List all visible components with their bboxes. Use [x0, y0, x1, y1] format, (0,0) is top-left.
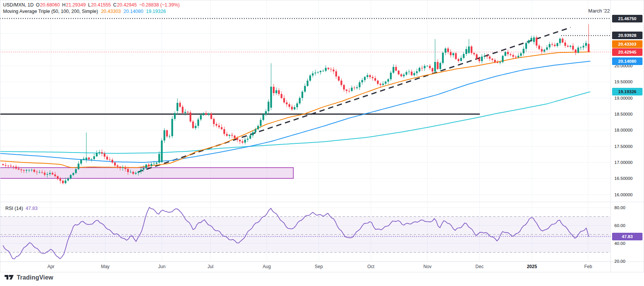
low-value: 20.41555	[91, 2, 111, 8]
low-label: L	[88, 2, 91, 8]
price-tick-16.50000: 16.50000	[614, 176, 633, 181]
time-label-Feb: Feb	[584, 264, 592, 269]
open-value: 20.68060	[40, 2, 60, 8]
level-badge-recent-high: 20.93928	[612, 32, 642, 39]
symbol-legend-row[interactable]: USD/MXN, 1DO20.68060H21.29349L20.41555C2…	[3, 2, 180, 8]
price-tick-16.00000: 16.00000	[614, 192, 633, 197]
high-value: 21.29349	[66, 2, 85, 8]
tradingview-logo-icon	[5, 275, 14, 281]
march22-high-label: March '22	[559, 8, 610, 14]
rsi-indicator-title[interactable]: RSI (14)	[5, 206, 23, 211]
tradingview-attribution[interactable]: TradingView	[5, 274, 53, 281]
rsi-indicator-row[interactable]: RSI (14)47.83	[5, 206, 38, 211]
ma50-legend-value: 20.43303	[101, 9, 121, 14]
change-value: −0.28838 (−1.39%)	[139, 2, 180, 8]
chart-legend: USD/MXN, 1DO20.68060H21.29349L20.41555C2…	[3, 2, 180, 15]
close-label: C	[113, 2, 117, 8]
high-label: H	[62, 2, 65, 8]
ma100-legend-value: 20.14080	[123, 9, 143, 14]
time-label-Oct: Oct	[367, 264, 375, 269]
indicator-legend-row[interactable]: Moving Average Triple (50, 100, 200, Sim…	[3, 8, 180, 15]
time-label-Jul: Jul	[207, 264, 213, 269]
rsi-tick-40.00: 40.00	[614, 241, 625, 246]
rsi-tick-20.00: 20.00	[614, 259, 625, 264]
ma50-value-badge: 20.43303	[612, 40, 642, 48]
chart-canvas[interactable]	[0, 0, 644, 272]
time-label-Nov: Nov	[423, 264, 431, 269]
time-label-Apr: Apr	[47, 264, 55, 269]
last-price-badge: 20.42945	[612, 48, 642, 56]
rsi-value-badge: 47.83	[612, 233, 642, 240]
price-tick-19.50000: 19.50000	[614, 79, 633, 84]
close-value: 20.42945	[117, 2, 137, 8]
open-label: O	[36, 2, 40, 8]
tradingview-chart-window: USD/MXN, 1DO20.68060H21.29349L20.41555C2…	[0, 0, 644, 286]
time-label-Sep: Sep	[315, 264, 323, 269]
level-badge-march22-high: 21.46750	[612, 15, 642, 22]
rsi-tick-80.00: 80.00	[614, 205, 625, 210]
ma-indicator-title[interactable]: Moving Average Triple (50, 100, 200, Sim…	[3, 9, 98, 14]
price-tick-17.00000: 17.00000	[614, 160, 633, 165]
time-axis[interactable]: AprMayJunJulAugSepOctNovDec2025Feb	[0, 262, 611, 272]
ma200-value-badge: 19.19326	[612, 88, 642, 95]
price-tick-17.50000: 17.50000	[614, 144, 633, 149]
tradingview-brand-text: TradingView	[17, 274, 53, 281]
price-tick-18.00000: 18.00000	[614, 128, 633, 132]
time-label-May: May	[101, 264, 110, 269]
symbol-title[interactable]: USD/MXN, 1D	[3, 2, 34, 8]
rsi-tick-60.00: 60.00	[614, 223, 625, 228]
price-tick-18.50000: 18.50000	[614, 112, 633, 116]
time-label-Aug: Aug	[263, 264, 271, 269]
price-axis[interactable]: 20.0000019.5000019.0000018.5000018.00000…	[611, 0, 644, 272]
rsi-legend-value: 47.83	[26, 206, 38, 211]
price-tick-19.00000: 19.00000	[614, 96, 633, 100]
time-label-Jun: Jun	[158, 264, 165, 269]
time-label-2025: 2025	[527, 264, 537, 269]
time-label-Dec: Dec	[475, 264, 483, 269]
ma100-value-badge: 20.14080	[612, 57, 642, 65]
ma200-legend-value: 19.19326	[146, 9, 166, 14]
